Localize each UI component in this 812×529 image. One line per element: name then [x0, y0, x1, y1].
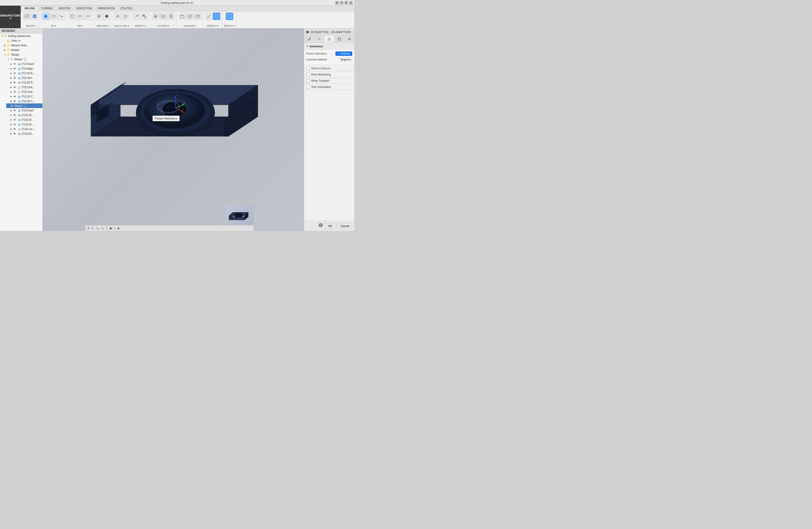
- actions-post-icon[interactable]: G1: [160, 13, 167, 20]
- layer-icon: ▣: [17, 62, 21, 66]
- tab-additive[interactable]: ADDITIVE: [56, 6, 73, 10]
- status-shading[interactable]: ◼: [110, 227, 112, 230]
- status-zoom-in[interactable]: 🔍: [96, 227, 99, 230]
- 3d-contour-icon[interactable]: [84, 13, 91, 20]
- 3d-pocket-icon[interactable]: [76, 13, 84, 20]
- panel-tab-links[interactable]: [345, 36, 354, 42]
- rest-machining-row[interactable]: Rest Machining: [304, 71, 354, 77]
- window-menu-btn[interactable]: ≡: [349, 1, 353, 5]
- tree-item-t3-cont1[interactable]: ▶ 👁 ◻ [T3] Cont...: [9, 85, 42, 89]
- 2d-pocket-icon[interactable]: [50, 13, 57, 20]
- window-close-btn[interactable]: ✕: [335, 1, 339, 5]
- window-reload-btn[interactable]: ↻: [345, 1, 348, 5]
- stock-contours-row[interactable]: Stock Contours: [304, 65, 354, 71]
- tree-item-t2-hori[interactable]: ▶ 👁 ▣ [T2] Hori...: [9, 75, 42, 80]
- tree-item-t1-2dc[interactable]: ▶ 👁 ▣ [T1] 2D C...: [9, 94, 42, 99]
- tree-item-t13-cor[interactable]: ▶ 👁 ◻ [T13] Cor...: [9, 127, 42, 131]
- wrap-toolpath-row[interactable]: Wrap Toolpath: [304, 77, 354, 84]
- manage-2-icon[interactable]: [186, 13, 193, 20]
- tree-item-t13-2d4[interactable]: ▶ 👁 ▣ [T13] 2D...: [9, 131, 42, 136]
- tree-item-models[interactable]: ▶ 📁 Models: [3, 47, 42, 52]
- main-layout: BROWSER ▼ 📁 Getting started part... 📐 Un…: [0, 28, 354, 231]
- tree-item-t2-face7[interactable]: ▶ 👁 ▣ [T2] Face7: [9, 108, 42, 113]
- select-1-icon[interactable]: [226, 13, 233, 20]
- tree-item-t1-adap[interactable]: ▶ 👁 ▣ [T1] Adap...: [9, 66, 42, 71]
- manufacture-label[interactable]: MANUFACTURE ▾: [0, 14, 20, 20]
- tree-arrow: ▶: [10, 86, 13, 88]
- manage-1-icon[interactable]: [178, 13, 186, 20]
- tool-orientation-row[interactable]: Tool Orientation: [304, 84, 354, 90]
- actions-icons: G1: [152, 13, 175, 20]
- modify-1-icon[interactable]: [133, 13, 140, 20]
- multiaxis-1-icon[interactable]: [114, 13, 121, 20]
- status-snap[interactable]: ⊕: [87, 227, 89, 230]
- tree-item-t3-cont2[interactable]: ▶ 👁 ◻ [T3] Cont...: [9, 89, 42, 94]
- inspect-select-icon[interactable]: [213, 13, 220, 20]
- viewport[interactable]: Y X Z Pocket Selections: [43, 28, 304, 231]
- 2d-icons: [42, 13, 65, 20]
- panel-tab-toolpath[interactable]: [314, 36, 324, 42]
- tab-utilities[interactable]: UTILITIES: [118, 6, 135, 10]
- svg-text:G: G: [34, 15, 35, 18]
- tree-item-t1-face2[interactable]: ▶ 👁 ▣ [T1] Face2: [9, 61, 42, 66]
- 3d-adaptive-icon[interactable]: [69, 13, 76, 20]
- info-icon[interactable]: i: [319, 223, 323, 227]
- setup-new-icon[interactable]: [23, 13, 30, 20]
- modify-2-icon[interactable]: [141, 13, 148, 20]
- status-rotate[interactable]: ↩: [114, 227, 116, 230]
- tree-item-setup1[interactable]: ▼ ⚙ Setup1 ○: [6, 57, 42, 61]
- geometry-section-label: Geometry: [309, 45, 323, 48]
- tree-item-setups[interactable]: ▼ 📁 Setups: [3, 52, 42, 57]
- tree-item-t13-2d4-label: [T13] 2D...: [22, 132, 34, 135]
- status-animation[interactable]: ▶: [118, 227, 120, 230]
- tab-milling[interactable]: MILLING: [22, 6, 38, 11]
- tree-item-t2-2dp[interactable]: ▶ 👁 ▣ [T2] 2D P...: [9, 80, 42, 85]
- tree-item-setup2[interactable]: ▼ ⚙ Setup2 ○: [6, 103, 42, 108]
- status-display[interactable]: □: [106, 227, 107, 230]
- tree-item-t13-2d1[interactable]: ▶ 👁 ▣ [T13] 2D ...: [9, 113, 42, 117]
- tab-turning[interactable]: TURNING: [39, 6, 56, 10]
- tree-item-named-views[interactable]: ▶ 📁 Named Views: [3, 43, 42, 47]
- cancel-button[interactable]: Cancel: [338, 223, 352, 229]
- tree-item-t4-2dc[interactable]: ▶ 👁 ▣ [T4] 2D C...: [9, 99, 42, 103]
- panel-spacer: [304, 90, 354, 221]
- status-origin[interactable]: ⊙: [91, 227, 93, 230]
- tab-fabrication[interactable]: FABRICATION: [95, 6, 117, 10]
- tree-item-t13-2d1-label: [T13] 2D ...: [22, 114, 34, 117]
- actions-simulate-icon[interactable]: [152, 13, 159, 20]
- tool-orientation-checkbox[interactable]: [306, 85, 309, 88]
- setup-edit-icon[interactable]: G: [31, 13, 38, 20]
- multiaxis-2-icon[interactable]: [122, 13, 129, 20]
- inspect-measure-icon[interactable]: [205, 13, 213, 20]
- rest-machining-checkbox[interactable]: [306, 73, 309, 76]
- wrap-toolpath-checkbox[interactable]: [306, 79, 309, 82]
- geometry-section-header[interactable]: ▼ Geometry: [304, 43, 354, 50]
- 2d-contour-icon[interactable]: [58, 13, 65, 20]
- drilling-icon[interactable]: [96, 13, 103, 20]
- tree-item-root[interactable]: ▼ 📁 Getting started part...: [0, 33, 42, 38]
- origin-icon: ⊙: [91, 227, 93, 230]
- 2d-adaptive-icon[interactable]: [42, 13, 49, 20]
- panel-tab-tool[interactable]: [304, 36, 314, 42]
- browser-header: BROWSER: [0, 28, 42, 33]
- ok-button[interactable]: OK: [324, 223, 336, 229]
- window-new-btn[interactable]: ＋: [340, 1, 344, 5]
- extension-method-dropdown[interactable]: Tangent ▾: [338, 57, 352, 62]
- pocket-selections-button[interactable]: ↖ Nothing: [335, 52, 352, 56]
- tree-item-t2-2da[interactable]: ▶ 👁 ▣ [T2] 2D A...: [9, 71, 42, 75]
- drilling-2-icon[interactable]: [103, 13, 110, 20]
- tree-item-t13-2d2[interactable]: ▶ 👁 ▣ [T13] 2D ...: [9, 117, 42, 122]
- tree-item-t13-2d3[interactable]: ▶ 👁 ▣ [T13] 2D ...: [9, 122, 42, 127]
- status-zoom-out[interactable]: 🔍: [101, 227, 104, 230]
- tree-item-units[interactable]: 📐 Units: in: [3, 38, 42, 43]
- stock-contours-checkbox[interactable]: [306, 67, 309, 70]
- panel-tab-geometry[interactable]: [324, 36, 334, 42]
- layer-2-icon: ◻: [17, 85, 21, 89]
- actions-sheet-icon[interactable]: [168, 13, 175, 20]
- mini-preview-svg: [227, 206, 252, 224]
- tab-inspection[interactable]: INSPECTION: [74, 6, 95, 10]
- panel-header: 2D ADAPTIVE : 2D ADAPTIVE9: [304, 28, 354, 36]
- panel-tab-stock[interactable]: [334, 36, 345, 42]
- tree-arrow: ▶: [4, 49, 7, 51]
- manage-3-icon[interactable]: [194, 13, 201, 20]
